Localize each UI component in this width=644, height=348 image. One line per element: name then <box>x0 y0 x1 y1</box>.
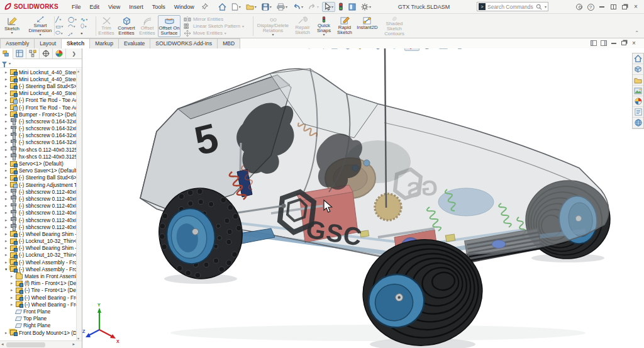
tree-item[interactable]: Top Plane <box>0 315 76 322</box>
rapid-sketch-button[interactable]: Rapid Sketch <box>335 15 355 37</box>
select-cursor-icon[interactable]: ▾ <box>322 2 335 12</box>
truck-model[interactable]: 5 GSC GS <box>82 48 644 348</box>
expand-arrow-icon[interactable] <box>5 203 10 208</box>
smart-dimension-button[interactable]: Smart Dimension▾ <box>24 15 57 37</box>
tree-horizontal-scrollbar[interactable]: ◂ ▸ <box>0 340 82 348</box>
tree-item[interactable]: (-) Tire - Front<1> (Defa <box>0 287 76 294</box>
scrollbar-thumb[interactable] <box>6 342 45 347</box>
menu-item[interactable]: Tools <box>148 3 170 11</box>
tree-item[interactable]: (-) sbhcscrew 0.112-40x0.5-h <box>0 216 76 223</box>
minimize-button[interactable] <box>596 2 608 12</box>
circle-tool-icon[interactable]: ◯▾ <box>68 16 80 23</box>
home-icon[interactable] <box>216 2 228 12</box>
panel-tabs-overflow-icon[interactable]: ❯ <box>66 48 82 59</box>
custom-properties-icon[interactable] <box>633 107 643 118</box>
tree-item[interactable]: (-) Locknut_10-32_Thin<1> ( <box>0 238 76 245</box>
expand-arrow-icon[interactable] <box>5 161 10 166</box>
menu-item[interactable]: File <box>67 3 86 11</box>
search-scope-icon[interactable]: > <box>479 3 486 10</box>
expand-arrow-icon[interactable] <box>5 267 10 272</box>
expand-arrow-icon[interactable] <box>5 330 10 335</box>
restore-button[interactable] <box>619 2 630 12</box>
tree-item[interactable]: Front Body Mount<1> (Defa <box>0 329 76 336</box>
tree-item[interactable]: (-) sbhcscrew 0.112-40x0.5-h <box>0 203 76 210</box>
task-pane-icon[interactable] <box>347 2 358 12</box>
tree-item[interactable]: (-) Wheel Bearing Shim - Fro <box>0 230 76 237</box>
close-button[interactable]: × <box>630 2 641 12</box>
expand-arrow-icon[interactable] <box>5 182 10 188</box>
tree-item[interactable]: Bumper - Front<1> (Default) <box>0 111 76 118</box>
search-commands-input[interactable]: > Search Commands ▾ <box>477 2 548 11</box>
tree-item[interactable]: Servo<1> (Default) <box>0 160 76 167</box>
tree-item[interactable]: Front Plane <box>0 308 76 315</box>
line-tool-icon[interactable]: ╱▾ <box>55 16 68 23</box>
point-tool-icon[interactable]: ▪ <box>80 30 93 36</box>
tree-item[interactable]: (-) Wheel Bearing Shim - Fro <box>0 245 76 252</box>
selection-filter-icon[interactable] <box>336 2 345 12</box>
ribbon-collapse-icon[interactable]: ⌃ <box>635 30 639 36</box>
tree-item[interactable]: (-) Steering Ball Stud<5> (De <box>0 82 76 89</box>
expand-arrow-icon[interactable] <box>5 91 10 96</box>
command-tab[interactable]: Layout <box>34 38 62 48</box>
expand-arrow-icon[interactable] <box>5 232 10 237</box>
home-icon[interactable] <box>633 53 643 64</box>
expand-arrow-icon[interactable] <box>5 175 10 180</box>
undo-icon[interactable]: ▾ <box>291 2 305 12</box>
file-explorer-icon[interactable] <box>633 75 643 86</box>
display-delete-relations-button[interactable]: Display/Delete Relations▾ <box>255 15 291 37</box>
expand-arrow-icon[interactable] <box>5 133 10 138</box>
tree-item[interactable]: Mini Locknut_4-40_Steering< <box>0 90 76 97</box>
sketch-button[interactable]: Sketch▾ <box>1 15 23 37</box>
appearances-icon[interactable] <box>633 96 643 107</box>
tree-item[interactable]: (-) schcscrew 0.164-32x0.437 <box>0 125 76 132</box>
maximize-button[interactable] <box>608 2 619 12</box>
design-library-icon[interactable] <box>633 64 643 75</box>
view-palette-icon[interactable] <box>633 86 643 96</box>
tree-item[interactable]: Right Plane <box>0 322 76 329</box>
tree-item[interactable]: hx-shcs 0.112-40x0.3125x0.3 <box>0 153 76 160</box>
doc-close-button[interactable]: × <box>629 39 639 47</box>
tree-item[interactable]: (f) Rim - Front<1> (Defa <box>0 280 76 287</box>
forum-icon[interactable] <box>633 118 643 128</box>
expand-arrow-icon[interactable] <box>5 112 10 117</box>
expand-arrow-icon[interactable] <box>5 105 10 110</box>
tree-item[interactable]: (-) Front Tie Rod - Toe Adjust <box>0 97 76 104</box>
expand-arrow-icon[interactable] <box>11 288 16 293</box>
expand-arrow-icon[interactable] <box>5 239 10 244</box>
tree-item[interactable]: Mates in Front Assembly <box>0 272 76 279</box>
menu-item[interactable]: Window <box>170 3 199 11</box>
command-tab[interactable]: MBD <box>217 38 240 48</box>
expand-arrow-icon[interactable] <box>5 119 10 124</box>
save-icon[interactable]: ▾ <box>260 2 274 12</box>
offset-on-surface-button[interactable]: Offset On Surface <box>158 15 180 37</box>
command-tab[interactable]: Assembly <box>0 38 35 48</box>
menu-item[interactable]: Insert <box>125 3 148 11</box>
convert-entities-button[interactable]: Convert Entities <box>116 15 136 37</box>
open-icon[interactable]: ▾ <box>244 2 258 12</box>
property-manager-icon[interactable] <box>13 48 26 59</box>
menu-item[interactable]: View <box>104 3 125 11</box>
expand-arrow-icon[interactable] <box>5 140 10 145</box>
tree-item[interactable]: (-) sbhcscrew 0.112-40x0.5-h <box>0 210 76 216</box>
tree-item[interactable]: Mini Locknut_4-40_Steering< <box>0 69 76 76</box>
shaded-sketch-contours-button[interactable]: Shaded Sketch Contours <box>380 15 409 37</box>
slot-tool-icon[interactable]: ⬭▾ <box>55 30 68 36</box>
search-dropdown-icon[interactable]: ▾ <box>545 4 547 9</box>
tree-item[interactable]: Servo Saver<1> (Default) <box>0 167 76 174</box>
tree-item[interactable]: (-) schcscrew 0.164-32x0.437 <box>0 139 76 146</box>
redo-icon[interactable]: ▾ <box>306 2 321 12</box>
new-document-icon[interactable]: ▾ <box>230 2 243 12</box>
command-tab[interactable]: Evaluate <box>118 38 150 48</box>
command-tab[interactable]: SOLIDWORKS Add-Ins <box>150 38 218 48</box>
dimxpert-icon[interactable] <box>40 48 53 59</box>
tree-filter[interactable]: ▾ <box>0 59 82 68</box>
menu-item[interactable]: Edit <box>85 3 104 11</box>
fillet-tool-icon[interactable]: ◞▾ <box>68 30 80 36</box>
tree-item[interactable]: Mini Locknut_4-40_Steering< <box>0 76 76 82</box>
expand-arrow-icon[interactable] <box>5 70 10 75</box>
tree-item[interactable]: (-) schcscrew 0.164-32x0.437 <box>0 118 76 125</box>
split-window-icon[interactable] <box>589 39 599 47</box>
expand-arrow-icon[interactable] <box>5 84 10 89</box>
tree-item[interactable]: (-) Wheel Bearing - Fron <box>0 301 76 308</box>
print-icon[interactable]: ▾ <box>275 2 289 12</box>
